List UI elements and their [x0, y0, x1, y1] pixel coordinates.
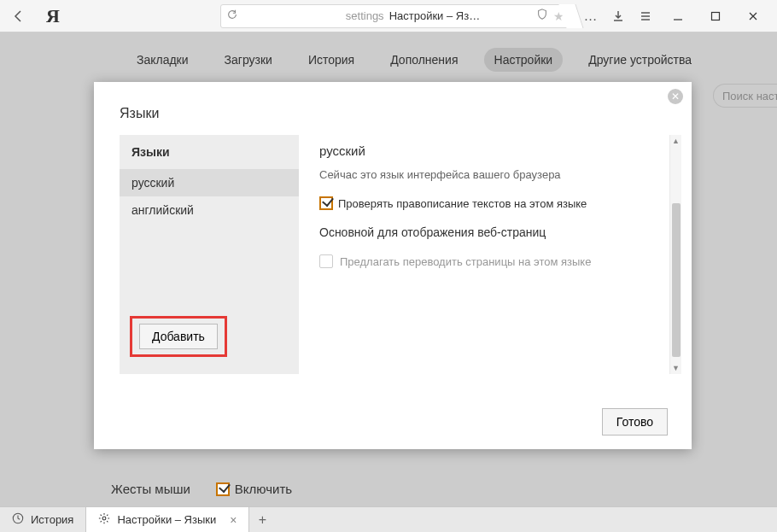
spellcheck-label: Проверять правописание текстов на этом я… [338, 197, 587, 210]
nav-devices[interactable]: Другие устройства [578, 48, 702, 72]
translate-row: Предлагать переводить страницы на этом я… [319, 254, 681, 268]
clock-icon [12, 512, 24, 527]
address-bar[interactable]: settings Настройки – Яз… ★ [220, 4, 570, 28]
minimize-button[interactable] [659, 0, 697, 32]
add-language-button[interactable]: Добавить [139, 324, 218, 349]
maximize-button[interactable] [697, 0, 734, 32]
lang-list-header: Языки [120, 135, 299, 169]
languages-dialog: ✕ Языки Языки русский английский Добавит… [94, 82, 692, 449]
selected-lang-name: русский [319, 143, 681, 158]
translate-label: Предлагать переводить страницы на этом я… [340, 255, 591, 268]
mouse-gestures-section: Жесты мыши Включить [111, 482, 292, 496]
gear-icon [98, 512, 110, 527]
lang-item-russian[interactable]: русский [120, 169, 299, 196]
settings-nav: Закладки Загрузки История Дополнения Нас… [51, 32, 777, 72]
back-button[interactable] [5, 3, 32, 30]
spellcheck-row: Проверять правописание текстов на этом я… [319, 196, 681, 210]
nav-downloads[interactable]: Загрузки [214, 48, 283, 72]
titlebar: Я settings Настройки – Яз… ★ … [0, 0, 777, 32]
shield-icon[interactable] [536, 9, 548, 23]
downloads-button[interactable] [605, 3, 632, 30]
scroll-thumb[interactable] [672, 203, 681, 357]
primary-display-label: Основной для отображения веб-страниц [319, 225, 681, 239]
tab-history-label: История [31, 513, 73, 526]
interface-note: Сейчас это язык интерфейса вашего браузе… [319, 168, 681, 181]
tab-close-icon[interactable]: × [230, 513, 237, 527]
tab-history[interactable]: История [0, 507, 86, 532]
translate-checkbox[interactable] [319, 254, 333, 268]
new-tab-button[interactable]: + [249, 507, 275, 532]
reload-icon[interactable] [226, 9, 238, 23]
close-window-button[interactable] [734, 0, 772, 32]
address-text: settings Настройки – Яз… [289, 9, 536, 22]
dialog-title: Языки [94, 82, 692, 135]
gestures-label: Жесты мыши [111, 482, 190, 496]
scroll-up-icon[interactable]: ▲ [670, 135, 681, 147]
gestures-enable-checkbox[interactable] [216, 482, 230, 496]
yandex-logo[interactable]: Я [39, 5, 67, 27]
spellcheck-checkbox[interactable] [319, 196, 333, 210]
nav-history[interactable]: История [298, 48, 365, 72]
tab-strip: История Настройки – Языки × + [0, 506, 777, 532]
dialog-scrollbar[interactable]: ▲ ▼ [669, 135, 681, 374]
scroll-down-icon[interactable]: ▼ [670, 362, 681, 374]
dialog-close-button[interactable]: ✕ [668, 89, 683, 104]
tab-settings-label: Настройки – Языки [117, 513, 216, 526]
nav-settings[interactable]: Настройки [484, 48, 564, 72]
done-button[interactable]: Готово [602, 408, 668, 436]
gestures-enable-label: Включить [235, 482, 292, 496]
svg-point-2 [102, 517, 106, 520]
menu-button[interactable] [632, 3, 659, 30]
nav-bookmarks[interactable]: Закладки [126, 48, 199, 72]
lang-item-english[interactable]: английский [120, 196, 299, 224]
language-detail: русский Сейчас это язык интерфейса вашег… [299, 135, 681, 374]
nav-extensions[interactable]: Дополнения [380, 48, 468, 72]
tab-settings-languages[interactable]: Настройки – Языки × [86, 507, 249, 532]
language-list: Языки русский английский Добавить [120, 135, 299, 374]
search-settings-input[interactable]: Поиск настр [713, 84, 777, 108]
svg-rect-0 [712, 12, 720, 20]
add-button-highlight: Добавить [130, 316, 227, 357]
